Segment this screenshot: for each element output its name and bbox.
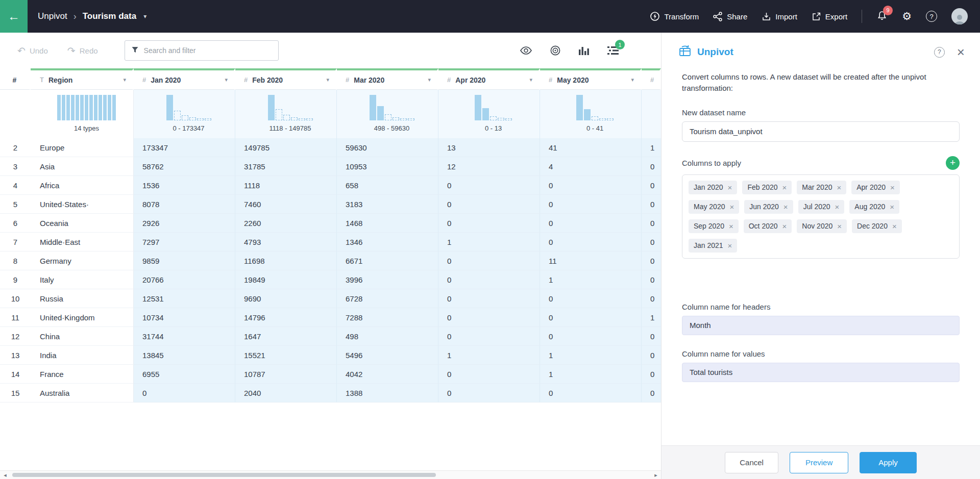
column-header-region[interactable]: TRegion▾ [31,68,134,90]
cell-value[interactable]: 0 [438,365,540,384]
chip-remove-icon[interactable]: × [783,203,788,211]
cell-value[interactable]: 0 [540,176,642,195]
cell-value[interactable]: 0 [540,384,642,402]
cell-value[interactable]: 1536 [134,176,235,195]
column-header-may-2020[interactable]: #May 2020▾ [540,68,642,90]
cell-value[interactable]: 12531 [134,289,235,308]
cell-value[interactable]: 0 [642,195,661,214]
chip-remove-icon[interactable]: × [729,222,733,231]
cell-value[interactable]: 59630 [337,138,438,157]
chip-remove-icon[interactable]: × [728,241,732,250]
cell-value[interactable]: 2926 [134,214,235,233]
cell-value[interactable]: 658 [337,176,438,195]
cell-value[interactable]: 1 [438,346,540,365]
scrollbar-thumb[interactable] [12,473,436,477]
settings-button[interactable]: ⚙ [902,10,912,22]
preview-eye-button[interactable] [520,46,532,55]
column-header-jan-2020[interactable]: #Jan 2020▾ [134,68,235,90]
selected-columns-box[interactable]: Jan 2020×Feb 2020×Mar 2020×Apr 2020×May … [682,174,960,259]
cell-region[interactable]: Oceania [31,214,134,233]
dataset-caret-icon[interactable]: ▾ [143,13,146,20]
column-header-apr-2020[interactable]: #Apr 2020▾ [438,68,540,90]
sort-caret-icon[interactable]: ▾ [225,77,228,83]
cell-value[interactable]: 0 [642,270,661,289]
cell-region[interactable]: Germany [31,251,134,270]
sort-caret-icon[interactable]: ▾ [428,77,431,83]
cell-value[interactable]: 41 [540,138,642,157]
cell-value[interactable]: 1468 [337,214,438,233]
cell-region[interactable]: United·Kingdom [31,308,134,327]
cell-value[interactable]: 1388 [337,384,438,402]
cell-value[interactable]: 1 [540,346,642,365]
cell-value[interactable]: 0 [642,365,661,384]
cell-region[interactable]: United·States· [31,195,134,214]
export-button[interactable]: Export [812,12,847,21]
cell-value[interactable]: 20766 [134,270,235,289]
cell-value[interactable]: 7288 [337,308,438,327]
cell-value[interactable]: 0 [642,346,661,365]
cell-value[interactable]: 10787 [235,365,337,384]
cell-value[interactable]: 0 [642,214,661,233]
cell-value[interactable]: 0 [540,233,642,251]
column-header-feb-2020[interactable]: #Feb 2020▾ [235,68,337,90]
preview-button[interactable]: Preview [790,452,848,473]
chip-remove-icon[interactable]: × [892,222,897,231]
back-button[interactable]: ← [0,0,28,33]
sort-caret-icon[interactable]: ▾ [123,77,126,83]
cell-value[interactable]: 0 [642,157,661,176]
scroll-left-icon[interactable]: ◂ [0,472,10,478]
cell-value[interactable]: 0 [540,195,642,214]
column-stats-button[interactable] [578,45,590,56]
column-header-partial[interactable]: # [642,68,661,90]
chip-remove-icon[interactable]: × [835,203,840,211]
cell-value[interactable]: 0 [642,327,661,346]
cell-value[interactable]: 11698 [235,251,337,270]
cell-region[interactable]: France [31,365,134,384]
cell-value[interactable]: 1118 [235,176,337,195]
chip-remove-icon[interactable]: × [890,183,895,192]
cell-value[interactable]: 149785 [235,138,337,157]
cell-value[interactable]: 6728 [337,289,438,308]
values-name-input[interactable] [682,363,960,382]
import-button[interactable]: Import [762,12,797,21]
cell-value[interactable]: 12 [438,157,540,176]
panel-help-icon[interactable]: ? [934,47,945,58]
search-input[interactable] [144,46,272,55]
cell-value[interactable]: 1 [642,308,661,327]
cell-value[interactable]: 7297 [134,233,235,251]
avatar[interactable] [951,8,968,24]
horizontal-scrollbar[interactable]: ◂ ▸ [0,470,661,479]
chip-remove-icon[interactable]: × [837,183,841,192]
cell-value[interactable]: 1 [540,270,642,289]
chip-remove-icon[interactable]: × [729,203,734,211]
cell-value[interactable]: 1 [642,138,661,157]
cell-value[interactable]: 6671 [337,251,438,270]
chip-remove-icon[interactable]: × [890,203,894,211]
breadcrumb-parent[interactable]: Unpivot [38,11,67,21]
cell-value[interactable]: 5496 [337,346,438,365]
cell-region[interactable]: Middle·East [31,233,134,251]
chip-remove-icon[interactable]: × [782,222,787,231]
cell-value[interactable]: 4 [540,157,642,176]
column-header-mar-2020[interactable]: #Mar 2020▾ [337,68,438,90]
cell-value[interactable]: 3996 [337,270,438,289]
cell-region[interactable]: Europe [31,138,134,157]
transform-steps-button[interactable]: 1 [607,45,619,56]
cell-value[interactable]: 7460 [235,195,337,214]
cell-value[interactable]: 4042 [337,365,438,384]
cell-value[interactable]: 0 [540,327,642,346]
scroll-right-icon[interactable]: ▸ [651,472,661,478]
cell-value[interactable]: 9690 [235,289,337,308]
cell-value[interactable]: 9859 [134,251,235,270]
cell-value[interactable]: 0 [642,176,661,195]
headers-name-input[interactable] [682,316,960,335]
cell-value[interactable]: 1 [540,365,642,384]
cell-value[interactable]: 173347 [134,138,235,157]
help-button[interactable]: ? [926,11,937,22]
cell-value[interactable]: 8078 [134,195,235,214]
chip-remove-icon[interactable]: × [837,222,842,231]
add-column-button[interactable]: + [946,156,960,170]
cell-value[interactable]: 10734 [134,308,235,327]
chip-remove-icon[interactable]: × [728,183,732,192]
cancel-button[interactable]: Cancel [725,452,778,473]
